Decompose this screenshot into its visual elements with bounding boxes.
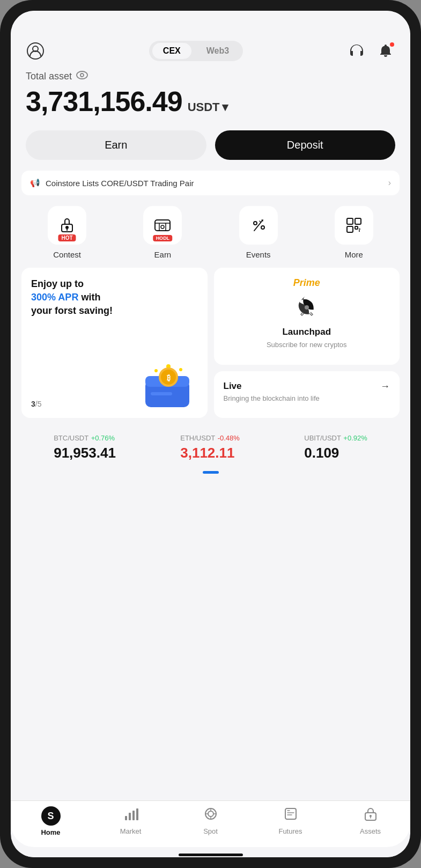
nav-futures[interactable]: Futures — [269, 806, 312, 836]
nav-home[interactable]: S Home — [29, 806, 72, 836]
support-button[interactable] — [347, 41, 366, 61]
ticker-row: BTC/USDT +0.76% 91,953.41 ETH/USDT -0.48… — [11, 424, 410, 468]
deposit-button[interactable]: Deposit — [215, 130, 396, 160]
menu-item-earn[interactable]: HODL Earn — [136, 206, 189, 259]
currency-dropdown-icon: ▾ — [222, 100, 228, 114]
svg-rect-24 — [125, 816, 127, 820]
content-area: CEX Web3 — [11, 34, 410, 800]
ubit-price: 0.109 — [304, 445, 367, 461]
menu-item-more[interactable]: More — [327, 206, 381, 259]
promo-text: Enjoy up to 300% APR with your forst sav… — [31, 277, 198, 318]
home-label: Home — [41, 828, 60, 836]
action-buttons: Earn Deposit — [11, 126, 410, 168]
ticker-ubit-header: UBIT/USDT +0.92% — [304, 433, 367, 443]
wallet-illustration: ₿ — [139, 360, 198, 408]
svg-rect-10 — [347, 218, 353, 224]
earn-label: Earn — [154, 250, 172, 259]
promo-card[interactable]: Enjoy up to 300% APR with your forst sav… — [21, 268, 208, 418]
ticker-btc-header: BTC/USDT +0.76% — [54, 433, 116, 443]
profile-button[interactable] — [26, 41, 45, 61]
futures-label: Futures — [278, 827, 302, 835]
svg-rect-27 — [136, 808, 138, 820]
live-subtitle: Bringing the blockchain into life — [224, 394, 390, 402]
svg-point-29 — [208, 811, 213, 816]
eth-price: 3,112.11 — [180, 445, 240, 461]
promo-line3: your forst saving! — [31, 305, 113, 316]
hodl-badge: HODL — [153, 235, 173, 241]
ticker-btc[interactable]: BTC/USDT +0.76% 91,953.41 — [54, 433, 116, 461]
announcement-text: Coinstore Lists CORE/USDT Trading Pair — [46, 179, 194, 188]
eth-change: -0.48% — [218, 434, 240, 442]
svg-rect-30 — [285, 808, 296, 819]
spot-icon — [203, 806, 218, 825]
cex-tab[interactable]: CEX — [152, 43, 191, 59]
home-indicator-area — [11, 847, 410, 857]
mode-toggle: CEX Web3 — [149, 41, 243, 61]
bottom-nav: S Home Market — [11, 800, 410, 847]
cards-grid: Enjoy up to 300% APR with your forst sav… — [11, 268, 410, 424]
hot-badge: HOT — [58, 234, 76, 241]
promo-bottom: 3/5 — [31, 360, 198, 408]
asset-label-text: Total asset — [26, 71, 72, 82]
scroll-indicator — [11, 468, 410, 478]
futures-icon — [283, 806, 298, 825]
notifications-button[interactable] — [376, 41, 395, 61]
asset-amount: 3,731,156.49 — [26, 85, 182, 117]
asset-section: Total asset 3,731,156.49 USDT ▾ — [11, 65, 410, 126]
announcement-bar[interactable]: 📢 Coinstore Lists CORE/USDT Trading Pair… — [21, 171, 400, 195]
live-card[interactable]: Live → Bringing the blockchain into life — [214, 371, 400, 418]
svg-point-3 — [80, 73, 84, 77]
svg-rect-13 — [355, 226, 358, 229]
svg-point-5 — [65, 226, 69, 229]
header-icons — [347, 41, 395, 61]
asset-currency[interactable]: USDT ▾ — [188, 100, 228, 114]
btc-pair: BTC/USDT — [54, 434, 88, 442]
svg-point-7 — [161, 225, 164, 229]
rocket-icon — [296, 296, 318, 323]
promo-pagination: 3/5 — [31, 400, 41, 408]
quick-menu: HOT Contest HODL Earn — [11, 202, 410, 268]
assets-icon — [363, 806, 378, 825]
svg-rect-25 — [129, 813, 131, 820]
nav-assets[interactable]: Assets — [349, 806, 392, 836]
asset-label: Total asset — [26, 71, 395, 82]
earn-icon-box: HODL — [143, 206, 182, 245]
eye-icon[interactable] — [76, 71, 88, 82]
events-icon-box — [239, 206, 278, 245]
prime-label: Prime — [293, 277, 320, 289]
more-label: More — [345, 250, 363, 259]
menu-item-events[interactable]: Events — [232, 206, 285, 259]
promo-line1: Enjoy up to — [31, 278, 84, 289]
asset-amount-row: 3,731,156.49 USDT ▾ — [26, 85, 395, 117]
svg-point-9 — [261, 226, 264, 229]
ubit-change: +0.92% — [343, 434, 367, 442]
earn-button[interactable]: Earn — [26, 130, 206, 160]
ticker-eth[interactable]: ETH/USDT -0.48% 3,112.11 — [180, 433, 240, 461]
launchpad-subtitle: Subscribe for new cryptos — [267, 341, 347, 349]
menu-item-contest[interactable]: HOT Contest — [40, 206, 94, 259]
home-icon: S — [41, 806, 61, 826]
megaphone-icon: 📢 — [30, 178, 40, 188]
scroll-dot — [203, 471, 219, 474]
status-bar — [11, 11, 410, 34]
svg-rect-26 — [132, 811, 135, 820]
ticker-ubit[interactable]: UBIT/USDT +0.92% 0.109 — [304, 433, 367, 461]
svg-point-16 — [179, 368, 182, 371]
svg-rect-11 — [355, 218, 361, 224]
launchpad-title: Launchpad — [282, 327, 331, 337]
events-label: Events — [246, 250, 271, 259]
market-label: Market — [120, 827, 142, 835]
btc-price: 91,953.41 — [54, 445, 116, 461]
live-header: Live → — [224, 381, 390, 392]
phone-frame: CEX Web3 — [0, 0, 421, 868]
live-title: Live — [224, 381, 242, 392]
nav-spot[interactable]: Spot — [189, 806, 232, 836]
launchpad-card[interactable]: Prime Launchpad Subscribe for new crypto… — [214, 268, 400, 365]
ubit-pair: UBIT/USDT — [304, 434, 341, 442]
nav-market[interactable]: Market — [109, 806, 152, 836]
svg-point-8 — [254, 222, 257, 225]
spot-label: Spot — [203, 827, 218, 835]
top-nav: CEX Web3 — [11, 34, 410, 65]
web3-tab[interactable]: Web3 — [196, 43, 240, 59]
phone-screen: CEX Web3 — [11, 11, 410, 857]
